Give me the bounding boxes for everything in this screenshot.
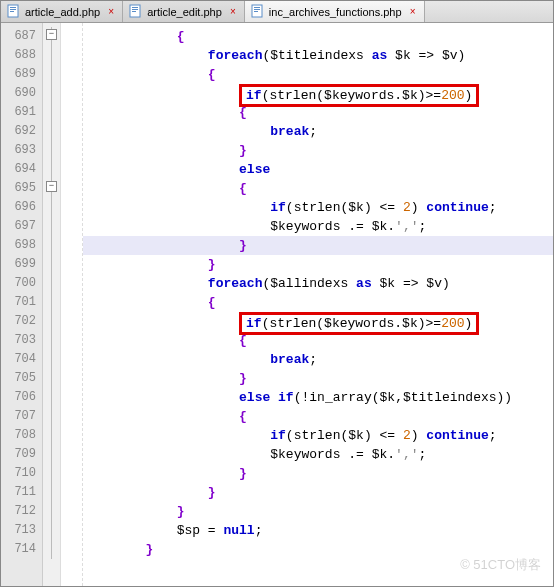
line-number: 690 (1, 84, 42, 103)
fold-toggle-icon[interactable]: − (46, 181, 57, 192)
tab-article-edit[interactable]: article_edit.php × (123, 1, 245, 22)
code-line[interactable]: { (83, 179, 553, 198)
code-line[interactable]: break; (83, 122, 553, 141)
line-number: 696 (1, 198, 42, 217)
code-line[interactable]: } (83, 502, 553, 521)
tab-article-add[interactable]: article_add.php × (1, 1, 123, 22)
line-number: 700 (1, 274, 42, 293)
line-number: 708 (1, 426, 42, 445)
line-number: 692 (1, 122, 42, 141)
line-number: 693 (1, 141, 42, 160)
line-number: 697 (1, 217, 42, 236)
code-line[interactable]: break; (83, 350, 553, 369)
line-number: 703 (1, 331, 42, 350)
svg-rect-2 (10, 9, 16, 10)
line-number: 704 (1, 350, 42, 369)
line-number: 712 (1, 502, 42, 521)
line-number: 695 (1, 179, 42, 198)
svg-rect-10 (254, 9, 260, 10)
file-icon (7, 4, 21, 20)
svg-rect-9 (254, 7, 260, 8)
code-line[interactable]: else (83, 160, 553, 179)
code-line[interactable]: } (83, 464, 553, 483)
code-area[interactable]: { foreach($titleindexs as $k => $v) { if… (83, 23, 553, 586)
fold-column: − − (43, 23, 61, 586)
code-line[interactable]: if(strlen($keywords.$k)>=200) (83, 312, 553, 331)
line-number: 689 (1, 65, 42, 84)
close-icon[interactable]: × (408, 7, 418, 17)
svg-rect-1 (10, 7, 16, 8)
line-number: 709 (1, 445, 42, 464)
code-line[interactable]: $sp = null; (83, 521, 553, 540)
tab-bar: article_add.php × article_edit.php × inc… (1, 1, 553, 23)
line-number: 699 (1, 255, 42, 274)
code-line[interactable]: foreach($allindexs as $k => $v) (83, 274, 553, 293)
code-line[interactable]: } (83, 141, 553, 160)
line-number: 687 (1, 27, 42, 46)
line-number-gutter: 6876886896906916926936946956966976986997… (1, 23, 43, 586)
line-number: 701 (1, 293, 42, 312)
line-number: 714 (1, 540, 42, 559)
code-line[interactable]: } (83, 369, 553, 388)
file-icon (251, 4, 265, 20)
code-line[interactable]: } (83, 483, 553, 502)
tab-label: article_edit.php (147, 6, 222, 18)
code-line[interactable]: } (83, 236, 553, 255)
code-line[interactable]: { (83, 407, 553, 426)
code-line[interactable]: { (83, 27, 553, 46)
svg-rect-11 (254, 11, 258, 12)
code-line[interactable]: if(strlen($keywords.$k)>=200) (83, 84, 553, 103)
code-line[interactable]: } (83, 540, 553, 559)
tab-label: inc_archives_functions.php (269, 6, 402, 18)
line-number: 694 (1, 160, 42, 179)
line-number: 698 (1, 236, 42, 255)
line-number: 691 (1, 103, 42, 122)
code-line[interactable]: if(strlen($k) <= 2) continue; (83, 198, 553, 217)
margin-column (61, 23, 83, 586)
svg-rect-6 (132, 9, 138, 10)
close-icon[interactable]: × (228, 7, 238, 17)
code-line[interactable]: $keywords .= $k.','; (83, 217, 553, 236)
code-line[interactable]: { (83, 65, 553, 84)
tab-inc-archives[interactable]: inc_archives_functions.php × (245, 1, 425, 22)
line-number: 688 (1, 46, 42, 65)
code-line[interactable]: foreach($titleindexs as $k => $v) (83, 46, 553, 65)
line-number: 705 (1, 369, 42, 388)
code-line[interactable]: $keywords .= $k.','; (83, 445, 553, 464)
svg-rect-7 (132, 11, 136, 12)
code-line[interactable]: } (83, 255, 553, 274)
svg-rect-5 (132, 7, 138, 8)
code-line[interactable]: { (83, 293, 553, 312)
line-number: 702 (1, 312, 42, 331)
file-icon (129, 4, 143, 20)
line-number: 706 (1, 388, 42, 407)
svg-rect-3 (10, 11, 14, 12)
code-line[interactable]: if(strlen($k) <= 2) continue; (83, 426, 553, 445)
line-number: 711 (1, 483, 42, 502)
line-number: 707 (1, 407, 42, 426)
fold-toggle-icon[interactable]: − (46, 29, 57, 40)
code-editor[interactable]: 6876886896906916926936946956966976986997… (1, 23, 553, 586)
line-number: 713 (1, 521, 42, 540)
line-number: 710 (1, 464, 42, 483)
tab-label: article_add.php (25, 6, 100, 18)
close-icon[interactable]: × (106, 7, 116, 17)
code-line[interactable]: else if(!in_array($k,$titleindexs)) (83, 388, 553, 407)
